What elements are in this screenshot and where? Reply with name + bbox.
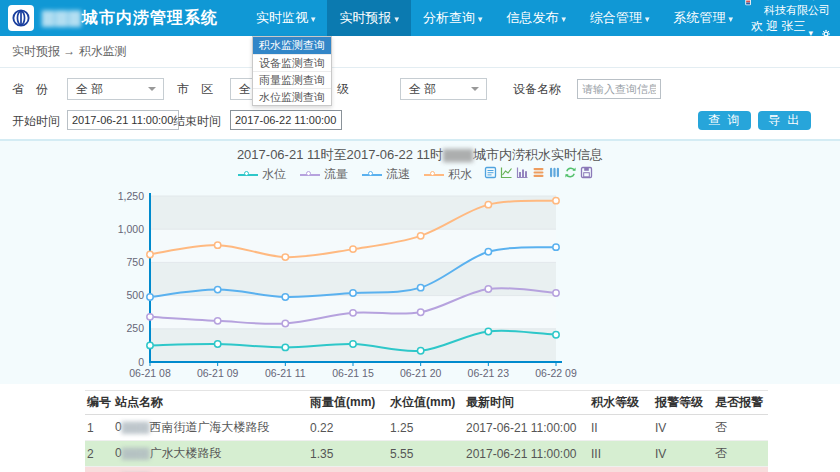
- select-caret-icon: [471, 87, 479, 95]
- breadcrumb: 实时预报 → 积水监测: [12, 43, 127, 60]
- svg-text:500: 500: [126, 289, 144, 301]
- query-button[interactable]: 查 询: [698, 111, 751, 130]
- app-window: ▇▇▇城市内涝管理系统 实时监视▾实时预报▾分析查询▾信息发布▾综合管理▾系统管…: [0, 0, 840, 472]
- table-cell: I: [589, 467, 653, 472]
- county-select[interactable]: 全 部: [400, 78, 487, 100]
- nav-item-1[interactable]: 实时预报▾: [327, 0, 411, 36]
- legend-marker-icon: [424, 174, 444, 176]
- station-name-cell: 0▇▇▇西南街道广海大楼路段: [113, 415, 308, 441]
- table-header-1: 站点名称: [113, 391, 308, 415]
- chevron-down-icon: ▾: [394, 14, 399, 24]
- nav-item-0[interactable]: 实时监视▾: [244, 0, 328, 36]
- svg-text:06-21 09: 06-21 09: [197, 367, 239, 379]
- table-row: 10▇▇▇西南街道广海大楼路段0.221.252017-06-21 11:00:…: [85, 415, 768, 441]
- company-line: 北京国信华源科技有限公司: [745, 0, 830, 18]
- province-select[interactable]: 全 部: [67, 78, 164, 100]
- company-logo-icon: [745, 0, 751, 8]
- svg-text:06-21 08: 06-21 08: [129, 367, 171, 379]
- nav-item-2[interactable]: 分析查询▾: [411, 0, 495, 36]
- svg-text:1,000: 1,000: [118, 223, 144, 235]
- chevron-down-icon: ▾: [645, 14, 650, 24]
- table-cell: III: [653, 467, 713, 472]
- breadcrumb-bar: 实时预报 → 积水监测: [0, 36, 840, 68]
- chart-title: 2017-06-21 11时至2017-06-22 11时▇▇▇城市内涝积水实时…: [0, 146, 840, 164]
- station-name-cell: 0▇▇▇美玉大楼角路段: [113, 467, 308, 472]
- export-button[interactable]: 导 出: [758, 111, 811, 130]
- svg-text:06-22 09: 06-22 09: [535, 367, 577, 379]
- table-header-4: 最新时间: [464, 391, 589, 415]
- svg-text:750: 750: [126, 256, 144, 268]
- stack-icon[interactable]: [532, 166, 545, 179]
- app-logo-icon: [8, 5, 34, 31]
- nav-item-4[interactable]: 综合管理▾: [578, 0, 662, 36]
- end-time-input[interactable]: [230, 110, 342, 130]
- svg-text:06-21 15: 06-21 15: [332, 367, 374, 379]
- svg-text:06-21 20: 06-21 20: [400, 367, 442, 379]
- dropdown-item-3[interactable]: 水位监测查询: [253, 88, 331, 105]
- station-name-cell: 0▇▇▇广水大楼路段: [113, 441, 308, 467]
- station-table-panel: 编号站点名称雨量值(mm)水位值(mm)最新时间积水等级报警等级是否报警 10▇…: [0, 384, 840, 472]
- end-time-label: 结束时间: [173, 110, 221, 132]
- select-caret-icon: [148, 87, 156, 95]
- table-cell: 2017-06-21 11:00:00: [464, 415, 589, 441]
- table-cell: 否: [713, 441, 768, 467]
- line-chart: 02505007501,0001,25006-21 0806-21 0906-2…: [88, 190, 708, 390]
- table-header-3: 水位值(mm): [388, 391, 464, 415]
- legend-item-积水[interactable]: 积水: [424, 166, 472, 183]
- table-header-7: 是否报警: [713, 391, 768, 415]
- start-time-label: 开始时间: [12, 110, 60, 132]
- legend-item-流量[interactable]: 流量: [300, 166, 348, 183]
- dropdown-item-1[interactable]: 设备监测查询: [253, 54, 331, 71]
- svg-text:250: 250: [126, 322, 144, 334]
- legend-marker-icon: [300, 174, 320, 176]
- nav-item-5[interactable]: 系统管理▾: [662, 0, 746, 36]
- table-cell: 1.25: [388, 415, 464, 441]
- top-navbar: ▇▇▇城市内涝管理系统 实时监视▾实时预报▾分析查询▾信息发布▾综合管理▾系统管…: [0, 0, 840, 36]
- table-cell: II: [589, 415, 653, 441]
- table-cell: IV: [653, 441, 713, 467]
- chevron-down-icon: ▾: [478, 14, 483, 24]
- table-header-6: 报警等级: [653, 391, 713, 415]
- legend-marker-icon: [362, 174, 382, 176]
- table-header-5: 积水等级: [589, 391, 653, 415]
- table-header-row: 编号站点名称雨量值(mm)水位值(mm)最新时间积水等级报警等级是否报警: [85, 391, 768, 415]
- table-cell: III: [589, 441, 653, 467]
- start-time-input[interactable]: [67, 110, 179, 130]
- table-cell: 0.22: [308, 415, 388, 441]
- legend-item-流速[interactable]: 流速: [362, 166, 410, 183]
- nav-item-3[interactable]: 信息发布▾: [495, 0, 579, 36]
- dropdown-item-2[interactable]: 雨量监测查询: [253, 71, 331, 88]
- refresh-icon[interactable]: [564, 166, 577, 179]
- legend-item-水位[interactable]: 水位: [238, 166, 286, 183]
- table-cell: 否: [713, 467, 768, 472]
- device-name-input[interactable]: [577, 79, 661, 99]
- chart-toolbox: [484, 166, 593, 179]
- province-label: 省 份: [12, 78, 48, 100]
- dropdown-item-0[interactable]: 积水监测查询: [253, 37, 331, 54]
- svg-text:1,250: 1,250: [118, 190, 144, 202]
- data-view-icon[interactable]: [484, 166, 497, 179]
- table-cell: 1: [85, 415, 113, 441]
- table-header-0: 编号: [85, 391, 113, 415]
- table-cell: 2017-06-21 11:00:00: [464, 441, 589, 467]
- bar-chart-icon[interactable]: [516, 166, 529, 179]
- main-nav: 实时监视▾实时预报▾分析查询▾信息发布▾综合管理▾系统管理▾: [244, 0, 745, 36]
- tiled-icon[interactable]: [548, 166, 561, 179]
- save-icon[interactable]: [580, 166, 593, 179]
- company-name: 北京国信华源科技有限公司: [755, 0, 830, 18]
- table-cell: 2: [85, 441, 113, 467]
- table-cell: 0.50: [308, 467, 388, 472]
- line-chart-icon[interactable]: [500, 166, 513, 179]
- svg-text:0: 0: [138, 356, 144, 368]
- table-row: 30▇▇▇美玉大楼角路段0.508.882017-06-21 11:00:00I…: [85, 467, 768, 472]
- table-cell: 否: [713, 415, 768, 441]
- chevron-down-icon: ▾: [562, 14, 567, 24]
- station-table: 编号站点名称雨量值(mm)水位值(mm)最新时间积水等级报警等级是否报警 10▇…: [85, 390, 768, 472]
- table-cell: 2017-06-21 11:00:00: [464, 467, 589, 472]
- device-name-label: 设备名称: [513, 78, 561, 100]
- city-label: 市 区: [177, 78, 213, 100]
- svg-text:06-21 23: 06-21 23: [468, 367, 510, 379]
- table-cell: 3: [85, 467, 113, 472]
- legend-marker-icon: [238, 174, 258, 176]
- table-row: 20▇▇▇广水大楼路段1.355.552017-06-21 11:00:00II…: [85, 441, 768, 467]
